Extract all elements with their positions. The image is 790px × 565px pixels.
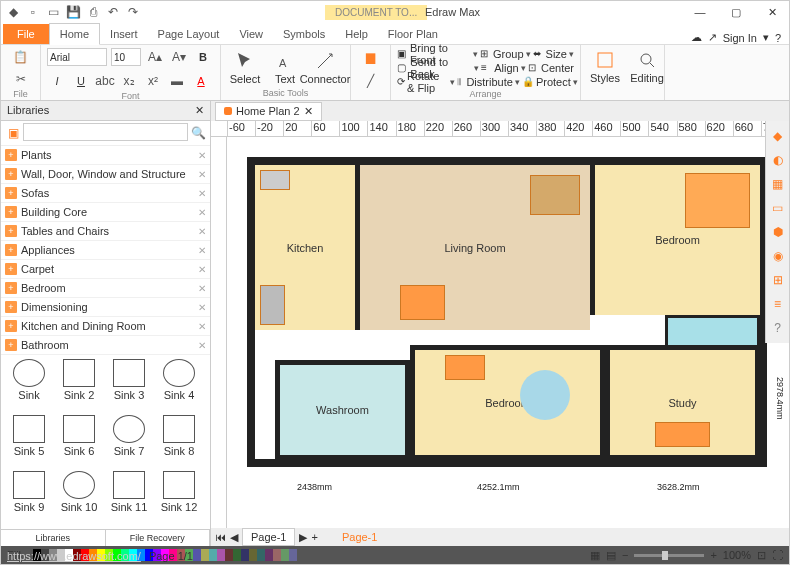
tab-close-icon[interactable]: ✕ — [304, 105, 313, 118]
tab-libraries[interactable]: Libraries — [1, 530, 106, 546]
fit-icon[interactable]: ⊡ — [757, 549, 766, 562]
category-item[interactable]: +Plants✕ — [1, 146, 210, 165]
fill-color-icon[interactable]: ▆ — [361, 47, 381, 67]
drawing-canvas[interactable]: Kitchen Living Room Bedroom Washroom Bed… — [227, 137, 789, 528]
shape-item[interactable]: Sink 6 — [55, 415, 103, 469]
tool-8-icon[interactable]: ≡ — [769, 295, 787, 313]
highlight-icon[interactable]: ▬ — [167, 71, 187, 91]
print-icon[interactable]: ⎙ — [85, 4, 101, 20]
color-swatch[interactable] — [193, 549, 201, 561]
nav-prev-icon[interactable]: ◀ — [230, 531, 238, 544]
editing-button[interactable]: Editing — [629, 47, 665, 87]
zoom-in-icon[interactable]: + — [710, 549, 716, 561]
help-icon[interactable]: ? — [775, 32, 781, 44]
bed-2[interactable] — [445, 355, 485, 380]
new-icon[interactable]: ▫ — [25, 4, 41, 20]
share-icon[interactable]: ↗ — [708, 31, 717, 44]
menu-symbols[interactable]: Symbols — [273, 24, 335, 44]
shape-item[interactable]: Sink 7 — [105, 415, 153, 469]
category-item[interactable]: +Appliances✕ — [1, 241, 210, 260]
close-button[interactable]: ✕ — [759, 4, 785, 20]
zoom-out-icon[interactable]: − — [622, 549, 628, 561]
app-icon[interactable]: ◆ — [5, 4, 21, 20]
underline-button[interactable]: U — [71, 71, 91, 91]
tool-4-icon[interactable]: ▭ — [769, 199, 787, 217]
color-swatch[interactable] — [265, 549, 273, 561]
text-tool[interactable]: AText — [267, 48, 303, 88]
color-swatch[interactable] — [241, 549, 249, 561]
shape-item[interactable]: Sink 4 — [155, 359, 203, 413]
menu-view[interactable]: View — [229, 24, 273, 44]
library-search-input[interactable] — [23, 123, 188, 141]
search-icon[interactable]: 🔍 — [188, 123, 208, 143]
color-swatch[interactable] — [273, 549, 281, 561]
color-swatch[interactable] — [209, 549, 217, 561]
line-icon[interactable]: ╱ — [361, 71, 381, 91]
dining-table[interactable] — [400, 285, 445, 320]
shape-item[interactable]: Sink 9 — [5, 471, 53, 525]
maximize-button[interactable]: ▢ — [723, 4, 749, 20]
sidebar-close-icon[interactable]: ✕ — [195, 104, 204, 117]
cloud-icon[interactable]: ☁ — [691, 31, 702, 44]
bed[interactable] — [685, 173, 750, 228]
tool-3-icon[interactable]: ▦ — [769, 175, 787, 193]
subscript-button[interactable]: x₂ — [119, 71, 139, 91]
bring-front-icon[interactable]: ▣ — [397, 48, 408, 60]
menu-home[interactable]: Home — [49, 23, 100, 45]
color-swatch[interactable] — [201, 549, 209, 561]
size-icon[interactable]: ⬌ — [533, 48, 544, 60]
color-swatch[interactable] — [281, 549, 289, 561]
open-icon[interactable]: ▭ — [45, 4, 61, 20]
group-icon[interactable]: ⊞ — [480, 48, 491, 60]
layout-icon-1[interactable]: ▦ — [590, 549, 600, 562]
room-living[interactable]: Living Room — [360, 165, 590, 330]
styles-button[interactable]: Styles — [587, 47, 623, 87]
tab-file-recovery[interactable]: File Recovery — [106, 530, 211, 546]
font-color-icon[interactable]: A — [191, 71, 211, 91]
shape-item[interactable]: Sink 5 — [5, 415, 53, 469]
room-bedroom-1[interactable]: Bedroom — [590, 165, 760, 315]
appliance[interactable] — [260, 170, 290, 190]
minimize-button[interactable]: — — [687, 4, 713, 20]
nav-next-icon[interactable]: ▶ — [299, 531, 307, 544]
shape-item[interactable]: Sink — [5, 359, 53, 413]
category-item[interactable]: +Tables and Chairs✕ — [1, 222, 210, 241]
category-item[interactable]: +Bathroom✕ — [1, 336, 210, 355]
stove[interactable] — [260, 285, 285, 325]
room-kitchen[interactable]: Kitchen — [255, 165, 360, 330]
category-item[interactable]: +Sofas✕ — [1, 184, 210, 203]
library-icon[interactable]: ▣ — [3, 123, 23, 143]
increase-font-icon[interactable]: A▴ — [145, 47, 165, 67]
connector-tool[interactable]: Connector — [307, 48, 343, 88]
shape-item[interactable]: Sink 12 — [155, 471, 203, 525]
color-swatch[interactable] — [233, 549, 241, 561]
shape-item[interactable]: Sink 11 — [105, 471, 153, 525]
sofa[interactable] — [530, 175, 580, 215]
tool-7-icon[interactable]: ⊞ — [769, 271, 787, 289]
add-page-icon[interactable]: + — [311, 531, 317, 543]
paste-icon[interactable]: 📋 — [11, 47, 31, 67]
floor-plan[interactable]: Kitchen Living Room Bedroom Washroom Bed… — [247, 157, 767, 467]
superscript-button[interactable]: x² — [143, 71, 163, 91]
page-tab-1[interactable]: Page-1 — [242, 528, 295, 546]
category-item[interactable]: +Dimensioning✕ — [1, 298, 210, 317]
color-swatch[interactable] — [225, 549, 233, 561]
desk[interactable] — [655, 422, 710, 447]
room-washroom[interactable]: Washroom — [275, 360, 410, 460]
shape-item[interactable]: Sink 3 — [105, 359, 153, 413]
center-icon[interactable]: ⊡ — [528, 62, 539, 74]
italic-button[interactable]: I — [47, 71, 67, 91]
strike-button[interactable]: abc — [95, 71, 115, 91]
color-swatch[interactable] — [289, 549, 297, 561]
doc-tab-home-plan[interactable]: Home Plan 2✕ — [215, 102, 322, 121]
color-swatch[interactable] — [257, 549, 265, 561]
sign-in-link[interactable]: Sign In — [723, 32, 757, 44]
zoom-slider[interactable] — [634, 554, 704, 557]
save-icon[interactable]: 💾 — [65, 4, 81, 20]
menu-floor-plan[interactable]: Floor Plan — [378, 24, 448, 44]
tool-1-icon[interactable]: ◆ — [769, 127, 787, 145]
menu-help[interactable]: Help — [335, 24, 378, 44]
align-icon[interactable]: ≡ — [481, 62, 492, 74]
dropdown-icon[interactable]: ▾ — [763, 31, 769, 44]
menu-file[interactable]: File — [3, 24, 49, 44]
